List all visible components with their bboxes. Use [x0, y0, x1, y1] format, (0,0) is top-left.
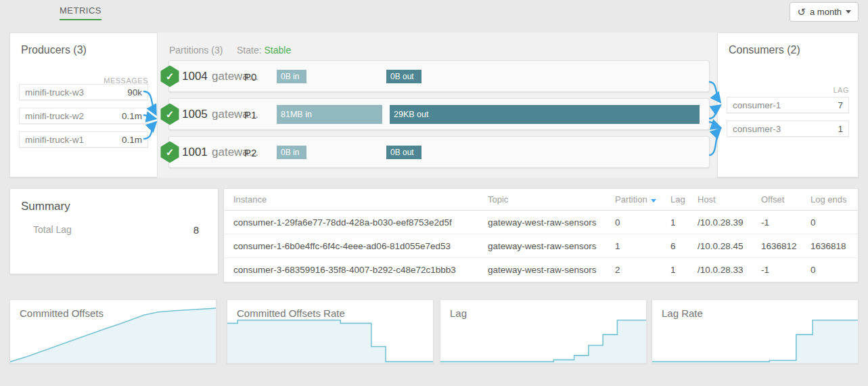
table-body: consumer-1-29fa6e77-78dd-428a-b030-eef87… — [224, 211, 858, 282]
cell-offset: 1636812 — [761, 241, 810, 251]
col-header-topic[interactable]: Topic — [488, 194, 615, 205]
bytes-out-badge: 0B out — [386, 70, 421, 83]
producer-name: minifi-truck-w3 — [25, 87, 84, 98]
broker-id: 1004 — [182, 70, 208, 83]
bytes-out-label: 0B out — [390, 72, 414, 81]
cell-host: /10.0.28.39 — [698, 217, 761, 228]
consumer-name: consumer-1 — [733, 100, 781, 110]
chart-title: Committed Offsets — [20, 307, 104, 319]
consumer-instances-table: Instance Topic Partition Lag Host Offset… — [223, 188, 859, 282]
partition-label: P2 — [244, 146, 256, 158]
state-label: State: — [237, 45, 262, 56]
col-header-instance[interactable]: Instance — [233, 194, 488, 205]
broker-id: 1001 — [182, 146, 208, 159]
cell-instance: consumer-1-6b0e4ffc-6f4c-4eee-ad06-81d05… — [233, 241, 488, 251]
total-lag-label: Total Lag — [33, 224, 72, 236]
lag-column-header: LAG — [833, 86, 849, 94]
table-row[interactable]: consumer-1-29fa6e77-78dd-428a-b030-eef87… — [224, 211, 858, 234]
chart-title: Committed Offsets Rate — [237, 307, 345, 319]
consumers-title: Consumers (2) — [729, 44, 800, 56]
partitions-list: ✓ 1004 gatewa... P0 0B in 0B out ✓ 1005 … — [168, 60, 710, 174]
cell-instance: consumer-1-29fa6e77-78dd-428a-b030-eef87… — [233, 217, 488, 228]
cell-lag: 1 — [670, 217, 698, 228]
chart-committed-offsets-rate: Committed Offsets Rate — [227, 299, 434, 364]
cell-partition: 1 — [615, 241, 670, 251]
bytes-out-badge: 0B out — [386, 146, 421, 159]
time-range-label: a month — [810, 7, 842, 17]
sort-caret-icon — [651, 199, 656, 202]
cell-log-ends: 0 — [810, 217, 858, 228]
cell-partition: 0 — [615, 217, 670, 228]
broker-id: 1005 — [182, 108, 208, 121]
producer-messages: 0.1m — [122, 111, 142, 121]
consumers-list: consumer-1 7 consumer-3 1 — [727, 97, 849, 144]
producer-messages: 90k — [127, 87, 142, 98]
producers-list: minifi-truck-w3 90k minifi-truck-w2 0.1m… — [19, 84, 148, 155]
metrics-page: METRICS ↺ a month Producers (3) MESSAGES… — [0, 0, 868, 386]
table-row[interactable]: consumer-1-6b0e4ffc-6f4c-4eee-ad06-81d05… — [224, 234, 858, 258]
partition-label: P0 — [244, 70, 256, 82]
producer-row[interactable]: minifi-truck-w3 90k — [19, 84, 148, 100]
partition-health-icon: ✓ — [160, 104, 180, 125]
chart-lag-rate: Lag Rate — [652, 299, 859, 364]
bytes-in-label: 81MB in — [281, 110, 312, 119]
cell-offset: -1 — [761, 217, 810, 228]
consumer-row[interactable]: consumer-3 1 — [727, 121, 849, 137]
bytes-in-label: 0B in — [281, 148, 299, 157]
cell-host: /10.0.28.33 — [698, 265, 761, 275]
partition-row[interactable]: ✓ 1001 gatewa... P2 0B in 0B out — [168, 136, 710, 168]
consumer-lag: 7 — [838, 100, 843, 110]
table-header-row: Instance Topic Partition Lag Host Offset… — [224, 189, 858, 211]
producer-row[interactable]: minifi-truck-w2 0.1m — [19, 108, 148, 124]
partition-row[interactable]: ✓ 1004 gatewa... P0 0B in 0B out — [168, 60, 710, 92]
cell-lag: 1 — [670, 265, 698, 275]
chart-lag: Lag — [440, 299, 647, 364]
partition-health-icon: ✓ — [160, 66, 180, 87]
cell-topic: gateway-west-raw-sensors — [488, 217, 615, 228]
col-header-log-ends[interactable]: Log ends — [810, 194, 858, 205]
producer-messages: 0.1m — [122, 135, 142, 145]
summary-panel: Summary Total Lag 8 — [9, 188, 219, 274]
chart-title: Lag Rate — [662, 307, 703, 319]
col-header-host[interactable]: Host — [698, 194, 761, 205]
bytes-out-badge: 29KB out — [390, 105, 700, 124]
tab-metrics[interactable]: METRICS — [60, 5, 101, 20]
partition-health-icon: ✓ — [160, 142, 180, 163]
table-row[interactable]: consumer-3-68359916-35f8-4007-b292-c48e7… — [224, 258, 858, 282]
consumer-name: consumer-3 — [733, 124, 781, 134]
col-header-lag[interactable]: Lag — [670, 194, 698, 205]
producers-title: Producers (3) — [21, 44, 87, 56]
partition-row[interactable]: ✓ 1005 gatewa... P1 81MB in 29KB out — [168, 98, 710, 130]
cell-log-ends: 0 — [810, 265, 858, 275]
producer-row[interactable]: minifi-truck-w1 0.1m — [19, 131, 148, 148]
chart-committed-offsets: Committed Offsets — [9, 299, 216, 364]
cell-topic: gateway-west-raw-sensors — [488, 241, 615, 251]
producers-panel: Producers (3) MESSAGES minifi-truck-w3 9… — [9, 33, 158, 177]
bytes-in-badge: 0B in — [277, 146, 306, 159]
col-header-partition[interactable]: Partition — [615, 194, 670, 205]
check-icon: ✓ — [166, 70, 175, 83]
time-range-dropdown[interactable]: ↺ a month — [790, 2, 859, 22]
cell-host: /10.0.28.45 — [698, 241, 761, 251]
summary-total-lag: Total Lag 8 — [33, 224, 199, 236]
check-icon: ✓ — [166, 146, 175, 158]
partition-label: P1 — [244, 108, 256, 120]
cell-lag: 6 — [670, 241, 698, 251]
chevron-down-icon — [846, 10, 851, 14]
producer-name: minifi-truck-w2 — [25, 111, 84, 121]
cell-offset: -1 — [761, 265, 810, 275]
col-header-offset[interactable]: Offset — [761, 194, 810, 205]
cell-log-ends: 1636818 — [810, 241, 858, 251]
consumers-panel: Consumers (2) LAG consumer-1 7 consumer-… — [717, 33, 859, 177]
bytes-out-label: 29KB out — [394, 110, 428, 119]
history-icon: ↺ — [797, 7, 806, 17]
partitions-panel: Partitions (3) State: Stable ✓ 1004 gate… — [158, 33, 717, 177]
consumer-row[interactable]: consumer-1 7 — [727, 97, 849, 113]
lag-sparkline — [440, 300, 646, 363]
bytes-out-label: 0B out — [390, 148, 414, 157]
bytes-in-badge: 81MB in — [277, 105, 382, 124]
bytes-in-label: 0B in — [281, 72, 299, 81]
consumer-lag: 1 — [838, 124, 843, 134]
state-value: Stable — [264, 45, 291, 56]
total-lag-value: 8 — [193, 224, 199, 236]
